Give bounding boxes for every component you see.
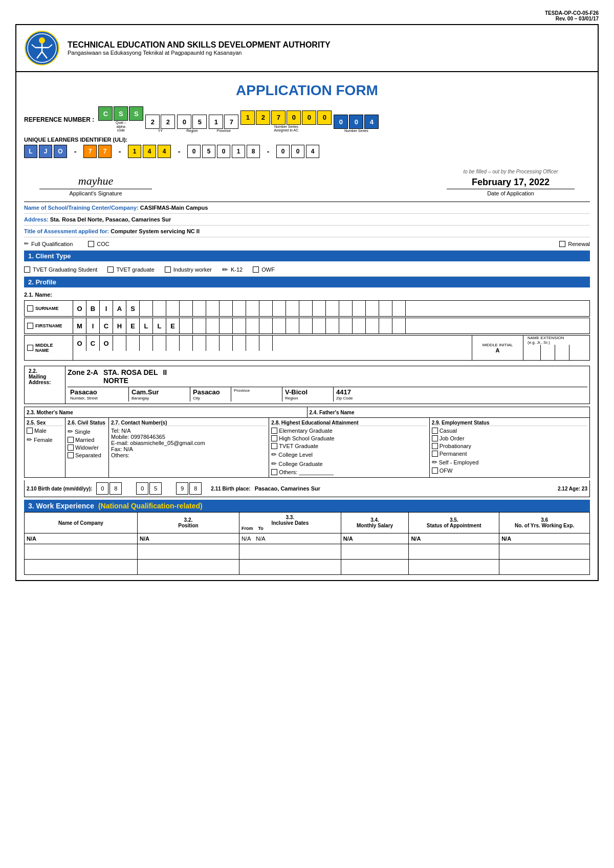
emp-perm: Permanent [432, 451, 587, 457]
addr-row2: Pasacao Number, Street Cam.Sur Barangay … [68, 387, 587, 402]
fn-l2: L [153, 318, 166, 333]
pencil-single: ✏ [68, 428, 73, 435]
label-separated: Separated [75, 452, 101, 458]
name-ext-cell: NAME EXTENSION(e.g. Jr., Sr.) [523, 336, 589, 360]
uli-0d: 0 [291, 145, 304, 158]
coc-item: COC [88, 241, 109, 247]
work-to-1: N/A [256, 536, 265, 542]
work-exp-subtitle: (National Qualification-related) [98, 502, 203, 510]
cb-joborder[interactable] [432, 435, 438, 441]
cb-tvet-grad[interactable] [107, 266, 114, 273]
work-salary-3 [341, 560, 409, 575]
sn-o: O [73, 301, 86, 316]
ref-numac-2: 2 [256, 110, 270, 125]
uli-dash1: - [69, 145, 82, 158]
cb-casual[interactable] [432, 428, 438, 434]
signature-image: mayhue [39, 162, 152, 188]
renewal-checkbox[interactable] [559, 241, 565, 247]
cb-firstname[interactable] [27, 323, 33, 329]
zone-value: Zone 2-A [68, 368, 98, 376]
date-line [447, 189, 575, 189]
employment-column: 2.9. Employment Status Casual Job Order … [430, 418, 589, 477]
ref-cell-s2: S [129, 106, 143, 121]
label-casual: Casual [440, 428, 457, 434]
label-widow: Widow/er [75, 444, 99, 451]
surname-row: SURNAME O B I A S [24, 300, 590, 317]
applicant-label: Applicant's Signature [39, 190, 152, 196]
work-status-3 [409, 560, 499, 575]
work-company-3 [25, 560, 138, 575]
client-type-header: 1. Client Type [24, 251, 590, 261]
cb-separated[interactable] [68, 452, 74, 458]
bd-0: 0 [96, 482, 108, 495]
bd-0b: 0 [136, 482, 148, 495]
col-position-label: Position [140, 523, 237, 528]
cb-owf[interactable] [253, 266, 259, 273]
fn-e3 [180, 318, 193, 333]
bd-slash1 [123, 482, 135, 495]
mailing-address-section: 2.2. Mailing Address: Zone 2-A STA. ROSA… [24, 366, 590, 404]
sn-e14 [313, 301, 326, 316]
cb-married[interactable] [68, 437, 74, 443]
cb-elem[interactable] [271, 428, 277, 434]
cb-edu-others[interactable] [271, 469, 277, 475]
ref-numac-3: 7 [271, 110, 286, 125]
sn-e20 [392, 301, 406, 316]
ref-group-qual-cells: C S S [98, 106, 143, 121]
civil-status-column: 2.6. Civil Status ✏ Single Married Widow… [65, 418, 109, 477]
ref-numac-4: 0 [287, 110, 301, 125]
number-street-cell: Pasacao Number, Street [68, 387, 129, 402]
sn-e13 [299, 301, 313, 316]
svg-point-2 [39, 37, 45, 43]
pencil-self: ✏ [432, 458, 437, 466]
fn-e5 [206, 318, 220, 333]
mn-o2: O [100, 336, 113, 351]
zip-value: 4417 [336, 388, 372, 396]
label-college-grad: College Graduate [278, 461, 322, 467]
uli-l: L [24, 145, 37, 158]
mn-e2 [126, 336, 140, 351]
sta-rosa-value: STA. ROSA DELNORTE [103, 368, 158, 385]
cb-tvet-edu[interactable] [271, 443, 277, 449]
label-joborder: Job Order [440, 435, 465, 441]
work-company-1: N/A [25, 533, 138, 544]
label-tvet-edu: TVET Graduate [279, 443, 318, 449]
addr-row1: Zone 2-A STA. ROSA DELNORTE II [68, 368, 587, 385]
sn-e11 [273, 301, 286, 316]
zip-label: Zip Code [336, 396, 372, 400]
district-area: II [163, 368, 167, 385]
fill-note: to be filled – out by the Processing Off… [447, 169, 575, 174]
cb-tvet-student[interactable] [24, 266, 30, 273]
name-section: 2.1. Name: SURNAME O B I A S [24, 289, 590, 366]
uli-1: 1 [128, 145, 141, 158]
cb-hs[interactable] [271, 435, 277, 441]
coc-label: COC [97, 241, 109, 247]
qualification-row: ✏ Full Qualification COC Renewal [24, 237, 590, 251]
assessment-value: Computer System servicing NC II [111, 228, 200, 234]
cb-middlename[interactable] [27, 345, 33, 351]
cb-industry[interactable] [165, 266, 171, 273]
main-form: APPLICATION FORM REFERENCE NUMBER : C S … [15, 72, 599, 581]
to-label: To [258, 526, 263, 531]
barangay-cell: Cam.Sur Barangay [129, 387, 190, 402]
surname-label: SURNAME [35, 306, 59, 311]
coc-checkbox[interactable] [88, 241, 94, 247]
cb-male[interactable] [27, 428, 33, 434]
cb-surname[interactable] [27, 305, 33, 311]
barangay-label: Barangay [131, 396, 187, 400]
cb-widow[interactable] [68, 444, 74, 451]
cb-emp-ofw[interactable] [432, 468, 438, 474]
middlename-label: MIDDLENAME [35, 343, 53, 353]
client-tvet-grad: TVET graduate [107, 266, 154, 273]
sn-e4 [180, 301, 193, 316]
label-prob: Probationary [440, 443, 471, 449]
ref-group-region-cells: 0 5 [177, 115, 207, 129]
zone-area: Zone 2-A [68, 368, 98, 385]
civil-single: ✏ Single [68, 428, 106, 435]
ref-label-region: Region [186, 129, 198, 132]
cb-perm[interactable] [432, 451, 438, 457]
sn-e3 [166, 301, 180, 316]
cb-prob[interactable] [432, 443, 438, 449]
birth-date-label: 2.10 Birth date (mm/dd/yy): [27, 486, 92, 492]
emp-joborder: Job Order [432, 435, 587, 441]
